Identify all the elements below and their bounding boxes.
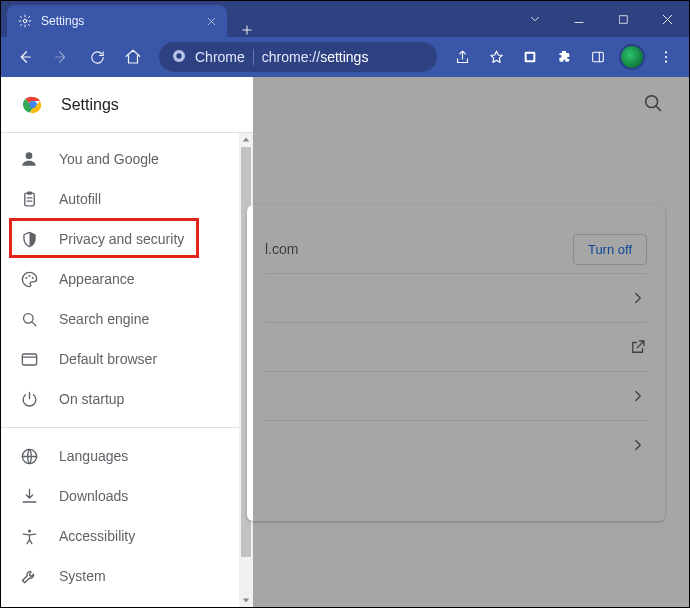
omnibox[interactable]: Chrome chrome://settings	[159, 42, 437, 72]
gear-icon	[17, 13, 33, 29]
clipboard-icon	[19, 189, 39, 209]
content-area: Settings You and Google	[1, 77, 689, 607]
svg-rect-13	[24, 193, 34, 206]
svg-point-7	[665, 51, 667, 53]
dimmed-overlay	[253, 77, 689, 607]
browser-menu[interactable]	[651, 42, 681, 72]
sidebar-item-label: Default browser	[59, 351, 157, 367]
omnibox-separator	[253, 49, 254, 65]
nav-forward	[45, 41, 77, 73]
search-icon	[19, 309, 39, 329]
tab-overview-icon[interactable]	[515, 42, 545, 72]
svg-point-3	[176, 53, 181, 58]
sidebar-item-label: Languages	[59, 448, 128, 464]
sidebar-item-accessibility[interactable]: Accessibility	[1, 516, 253, 556]
sidebar-item-privacy[interactable]: Privacy and security	[1, 219, 253, 259]
sidebar-item-label: Appearance	[59, 271, 135, 287]
svg-point-0	[23, 19, 27, 23]
chrome-logo-icon	[21, 93, 45, 117]
svg-point-17	[31, 276, 33, 278]
sidebar-item-label: Search engine	[59, 311, 149, 327]
caret-down-icon[interactable]	[513, 1, 557, 37]
sidebar-divider	[1, 427, 253, 428]
svg-rect-5	[527, 54, 534, 61]
settings-sidebar: Settings You and Google	[1, 77, 253, 607]
page-title: Settings	[61, 96, 119, 114]
sidebar-item-on-startup[interactable]: On startup	[1, 379, 253, 419]
svg-rect-14	[27, 191, 32, 194]
omnibox-url: chrome://settings	[262, 49, 369, 65]
svg-point-8	[665, 56, 667, 58]
window-titlebar: Settings	[1, 1, 689, 37]
omnibox-origin: Chrome	[195, 49, 245, 65]
sidebar-item-system[interactable]: System	[1, 556, 253, 596]
sidebar-item-reset[interactable]: Reset and clean up	[1, 596, 253, 607]
sidebar-item-label: Autofill	[59, 191, 101, 207]
extensions-icon[interactable]	[549, 42, 579, 72]
new-tab-button[interactable]	[233, 23, 261, 37]
sidebar-item-autofill[interactable]: Autofill	[1, 179, 253, 219]
sidebar-item-label: System	[59, 568, 106, 584]
download-icon	[19, 486, 39, 506]
chrome-product-icon	[171, 48, 187, 67]
accessibility-icon	[19, 526, 39, 546]
sidebar-item-downloads[interactable]: Downloads	[1, 476, 253, 516]
browser-icon	[19, 349, 39, 369]
browser-tab-settings[interactable]: Settings	[7, 5, 227, 37]
window-minimize[interactable]	[557, 1, 601, 37]
tab-title: Settings	[41, 14, 84, 28]
shield-icon	[19, 229, 39, 249]
sidebar-item-default-browser[interactable]: Default browser	[1, 339, 253, 379]
sidepanel-icon[interactable]	[583, 42, 613, 72]
sidebar-item-appearance[interactable]: Appearance	[1, 259, 253, 299]
refresh-icon	[19, 606, 39, 607]
sidebar-item-label: You and Google	[59, 151, 159, 167]
sidebar-list: You and Google Autofill Privacy and secu…	[1, 133, 253, 607]
share-icon[interactable]	[447, 42, 477, 72]
window-close[interactable]	[645, 1, 689, 37]
svg-point-15	[25, 276, 27, 278]
svg-rect-1	[619, 15, 627, 23]
svg-rect-6	[593, 52, 604, 61]
bookmark-star-icon[interactable]	[481, 42, 511, 72]
sidebar-item-you-and-google[interactable]: You and Google	[1, 139, 253, 179]
svg-point-12	[26, 152, 33, 159]
globe-icon	[19, 446, 39, 466]
svg-point-9	[665, 61, 667, 63]
browser-toolbar: Chrome chrome://settings	[1, 37, 689, 77]
person-icon	[19, 149, 39, 169]
svg-point-11	[30, 101, 36, 107]
sidebar-item-label: On startup	[59, 391, 124, 407]
sidebar-header: Settings	[1, 77, 253, 133]
sidebar-item-label: Accessibility	[59, 528, 135, 544]
palette-icon	[19, 269, 39, 289]
sidebar-item-label: Downloads	[59, 488, 128, 504]
power-icon	[19, 389, 39, 409]
wrench-icon	[19, 566, 39, 586]
sidebar-item-search-engine[interactable]: Search engine	[1, 299, 253, 339]
close-icon[interactable]	[203, 13, 219, 29]
svg-point-21	[27, 529, 30, 532]
settings-main: l.com Turn off	[253, 77, 689, 607]
svg-point-16	[28, 274, 30, 276]
nav-back[interactable]	[9, 41, 41, 73]
svg-rect-19	[22, 353, 36, 364]
tab-strip: Settings	[1, 1, 261, 37]
sidebar-item-languages[interactable]: Languages	[1, 436, 253, 476]
nav-home[interactable]	[117, 41, 149, 73]
window-maximize[interactable]	[601, 1, 645, 37]
sidebar-item-label: Privacy and security	[59, 231, 184, 247]
profile-avatar[interactable]	[617, 42, 647, 72]
nav-reload[interactable]	[81, 41, 113, 73]
